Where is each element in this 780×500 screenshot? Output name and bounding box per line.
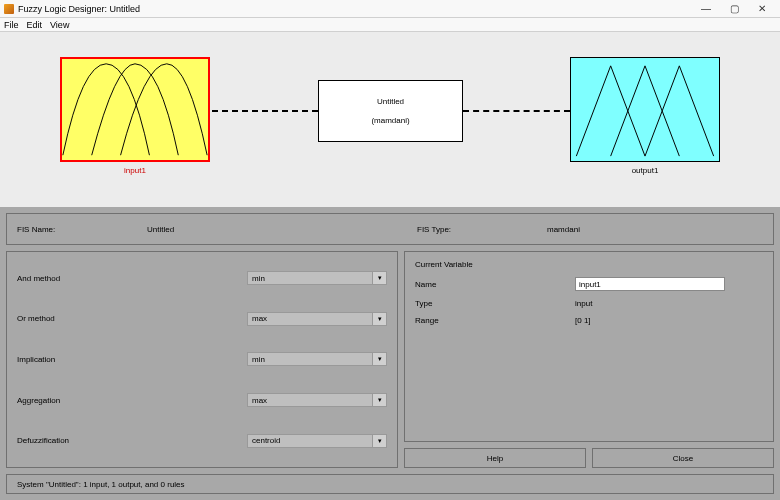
system-node-title: Untitled (377, 97, 404, 106)
aggregation-label: Aggregation (17, 396, 247, 405)
and-method-select[interactable]: min ▾ (247, 271, 387, 285)
chevron-down-icon: ▾ (372, 353, 386, 365)
output-node-label: output1 (570, 166, 720, 175)
status-text: System "Untitled": 1 input, 1 output, an… (17, 480, 185, 489)
connector-line (212, 110, 318, 112)
menu-file[interactable]: File (4, 20, 19, 30)
input-node[interactable] (60, 57, 210, 162)
maximize-button[interactable]: ▢ (720, 1, 748, 17)
status-bar: System "Untitled": 1 input, 1 output, an… (6, 474, 774, 494)
cv-type-value: input (575, 299, 592, 308)
chevron-down-icon: ▾ (372, 394, 386, 406)
system-node-type: (mamdani) (371, 116, 409, 125)
current-variable-panel: Current Variable Name input1 Type input … (404, 251, 774, 442)
membership-curves-icon (62, 59, 208, 160)
cv-name-input[interactable]: input1 (575, 277, 725, 291)
fis-name-label: FIS Name: (17, 225, 147, 234)
fis-type-label: FIS Type: (417, 225, 547, 234)
properties-area: FIS Name: Untitled FIS Type: mamdani And… (0, 207, 780, 500)
menu-view[interactable]: View (50, 20, 69, 30)
or-method-value: max (252, 314, 267, 323)
chevron-down-icon: ▾ (372, 272, 386, 284)
cv-name-value: input1 (579, 280, 601, 289)
fis-type-value: mamdani (547, 225, 747, 234)
and-method-label: And method (17, 274, 247, 283)
and-method-value: min (252, 274, 265, 283)
menu-edit[interactable]: Edit (27, 20, 43, 30)
chevron-down-icon: ▾ (372, 313, 386, 325)
cv-range-value: [0 1] (575, 316, 591, 325)
close-button[interactable]: Close (592, 448, 774, 468)
cv-name-label: Name (415, 280, 575, 289)
aggregation-select[interactable]: max ▾ (247, 393, 387, 407)
methods-panel: And method min ▾ Or method max ▾ Implica… (6, 251, 398, 468)
connector-line (463, 110, 570, 112)
diagram-canvas: input1 Untitled (mamdani) output1 (0, 32, 780, 207)
or-method-select[interactable]: max ▾ (247, 312, 387, 326)
aggregation-value: max (252, 396, 267, 405)
app-icon (4, 4, 14, 14)
cv-type-label: Type (415, 299, 575, 308)
fis-info-panel: FIS Name: Untitled FIS Type: mamdani (6, 213, 774, 245)
defuzzification-select[interactable]: centroid ▾ (247, 434, 387, 448)
defuzzification-value: centroid (252, 436, 280, 445)
implication-label: Implication (17, 355, 247, 364)
help-button[interactable]: Help (404, 448, 586, 468)
implication-select[interactable]: min ▾ (247, 352, 387, 366)
membership-triangles-icon (571, 58, 719, 161)
window-title: Fuzzy Logic Designer: Untitled (18, 4, 140, 14)
title-bar: Fuzzy Logic Designer: Untitled — ▢ ✕ (0, 0, 780, 18)
implication-value: min (252, 355, 265, 364)
defuzzification-label: Defuzzification (17, 436, 247, 445)
cv-range-label: Range (415, 316, 575, 325)
output-node[interactable] (570, 57, 720, 162)
system-node[interactable]: Untitled (mamdani) (318, 80, 463, 142)
chevron-down-icon: ▾ (372, 435, 386, 447)
or-method-label: Or method (17, 314, 247, 323)
minimize-button[interactable]: — (692, 1, 720, 17)
menu-bar: File Edit View (0, 18, 780, 32)
close-window-button[interactable]: ✕ (748, 1, 776, 17)
current-variable-title: Current Variable (415, 260, 763, 269)
input-node-label: input1 (60, 166, 210, 175)
fis-name-value: Untitled (147, 225, 347, 234)
